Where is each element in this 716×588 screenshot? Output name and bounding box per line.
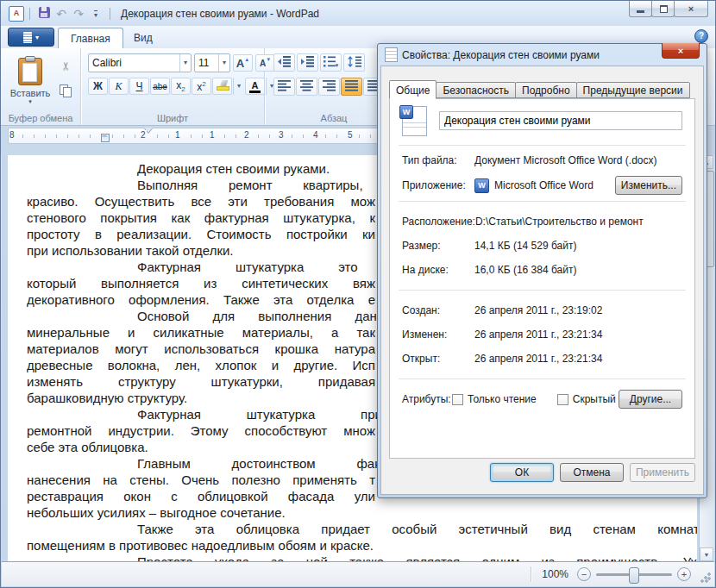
increase-indent-button[interactable] bbox=[297, 53, 318, 72]
font-size-combo[interactable]: 11 ▾ bbox=[194, 53, 230, 72]
left-indent-marker[interactable] bbox=[101, 134, 110, 142]
cancel-button[interactable]: Отмена bbox=[560, 463, 624, 482]
close-button[interactable]: × bbox=[674, 1, 708, 17]
underline-button[interactable]: Ч bbox=[129, 78, 149, 95]
tab-view[interactable]: Вид bbox=[122, 28, 165, 48]
scroll-down-icon[interactable]: ▼ bbox=[700, 547, 713, 561]
restore-icon bbox=[660, 5, 668, 13]
chevron-down-icon: ▾ bbox=[94, 10, 97, 18]
line-spacing-button[interactable] bbox=[343, 53, 365, 72]
document-line: небольших усилиях – выгодное сочетание. bbox=[27, 504, 375, 521]
cut-copy-column: ✂ bbox=[56, 57, 75, 100]
created-value: 26 апреля 2011 г., 23:19:02 bbox=[474, 304, 602, 316]
ruler-number: 3 bbox=[278, 130, 285, 140]
bold-button[interactable]: Ж bbox=[88, 78, 108, 95]
readonly-checkbox[interactable] bbox=[452, 394, 463, 405]
filename-input[interactable] bbox=[439, 111, 682, 130]
highlighter-icon bbox=[217, 80, 228, 91]
qat-customize-button[interactable]: ▾ bbox=[87, 5, 104, 22]
opened-value: 26 апреля 2011 г., 23:21:34 bbox=[474, 353, 602, 365]
zoom-out-button[interactable]: − bbox=[577, 567, 591, 581]
dialog-tab[interactable]: Безопасность bbox=[436, 82, 516, 98]
restore-button[interactable] bbox=[651, 1, 675, 17]
highlight-button[interactable] bbox=[212, 78, 232, 95]
align-center-icon bbox=[300, 80, 314, 91]
chevron-down-icon: ▾ bbox=[28, 98, 32, 105]
word-app-icon: W bbox=[474, 178, 489, 193]
clipboard-group-label: Буфер обмена bbox=[1, 113, 80, 123]
size-row: Размер: 14,1 КБ (14 529 байт) bbox=[390, 234, 694, 258]
minimize-button[interactable] bbox=[629, 1, 652, 17]
hidden-checkbox[interactable] bbox=[557, 394, 568, 405]
justify-icon bbox=[345, 80, 359, 91]
statusbar-separator bbox=[531, 566, 531, 582]
strikethrough-button[interactable]: abe bbox=[150, 78, 170, 95]
change-button[interactable]: Изменить... bbox=[615, 176, 682, 195]
paste-button[interactable]: Вставить ▾ bbox=[9, 53, 51, 108]
modified-row: Изменен: 26 апреля 2011 г., 23:21:34 bbox=[390, 322, 694, 347]
font-group: Calibri ▾ 11 ▾ A▲ A▼ Ж K Ч abe x2 x2 ▾ A bbox=[81, 48, 265, 125]
document-line: простоту в реализации. Стоимость построй… bbox=[27, 226, 375, 242]
dialog-tab[interactable]: Общие bbox=[389, 80, 437, 99]
copy-button[interactable] bbox=[56, 83, 75, 100]
size-on-disk-row: На диске: 16,0 КБ (16 384 байт) bbox=[390, 258, 694, 282]
ok-button[interactable]: ОК bbox=[490, 463, 554, 482]
save-button[interactable] bbox=[35, 5, 53, 22]
subscript-button[interactable]: x2 bbox=[171, 78, 191, 95]
italic-button[interactable]: K bbox=[109, 78, 129, 95]
filename-row bbox=[390, 99, 694, 142]
app-row: Приложение: W Microsoft Office Word Изме… bbox=[390, 172, 694, 198]
document-line: материалов могут использоваться крошка н… bbox=[27, 341, 375, 357]
dialog-tab[interactable]: Предыдущие версии bbox=[576, 82, 690, 98]
font-name-combo[interactable]: Calibri ▾ bbox=[88, 53, 192, 72]
chevron-down-icon: ▾ bbox=[35, 34, 39, 41]
font-color-button[interactable]: A bbox=[245, 78, 265, 95]
line-spacing-icon bbox=[348, 56, 361, 67]
grow-font-button[interactable]: A▲ bbox=[233, 54, 253, 72]
other-attributes-button[interactable]: Другие... bbox=[619, 390, 682, 409]
zoom-in-button[interactable]: + bbox=[677, 567, 691, 581]
separator bbox=[399, 145, 686, 146]
wordpad-menu-button[interactable]: ▾ bbox=[8, 28, 54, 47]
font-color-icon: A bbox=[249, 81, 261, 93]
qat-separator bbox=[110, 8, 110, 20]
list-button[interactable]: ▾ bbox=[320, 53, 342, 72]
decrease-indent-button[interactable] bbox=[273, 53, 295, 72]
dialog-tab[interactable]: Подробно bbox=[515, 82, 577, 98]
tab-home[interactable]: Главная bbox=[58, 28, 123, 48]
ruler-number: 2 bbox=[243, 130, 250, 140]
ruler-number: 1 bbox=[209, 130, 216, 140]
properties-dialog: Свойства: Декорация стен своими руами × … bbox=[377, 43, 707, 498]
ruler-number: 8 bbox=[9, 130, 16, 140]
highlight-dropdown[interactable]: ▾ bbox=[233, 78, 244, 95]
opened-row: Открыт: 26 апреля 2011 г., 23:21:34 bbox=[390, 347, 694, 371]
properties-document-icon bbox=[385, 47, 398, 62]
resize-grip[interactable] bbox=[700, 572, 712, 584]
align-left-button[interactable] bbox=[273, 78, 295, 96]
justify-button[interactable] bbox=[341, 78, 362, 96]
document-line: Также эта облицовка придает особый эстет… bbox=[27, 521, 697, 537]
save-icon bbox=[39, 7, 50, 18]
location-row: Расположение: D:\Статьи\Строительство и … bbox=[390, 210, 694, 234]
align-right-button[interactable] bbox=[318, 78, 340, 96]
help-icon[interactable]: ? bbox=[694, 29, 708, 43]
zoom-slider[interactable] bbox=[596, 573, 672, 576]
document-line: при использовании такой отделки. bbox=[27, 242, 375, 259]
zoom-slider-thumb[interactable] bbox=[629, 567, 639, 584]
chevron-down-icon[interactable]: ▾ bbox=[218, 54, 229, 72]
document-line: изменять структуру штукатурки, придавая bbox=[27, 373, 375, 390]
window-title: Декорация стен своими руами - WordPad bbox=[121, 8, 319, 20]
file-type-value: Документ Microsoft Office Word (.docx) bbox=[474, 154, 657, 166]
align-center-button[interactable] bbox=[296, 78, 317, 96]
undo-button[interactable]: ↶ bbox=[53, 5, 70, 22]
superscript-button[interactable]: x2 bbox=[192, 78, 211, 95]
zoom-level: 100% bbox=[542, 568, 568, 580]
font-group-label: Шрифт bbox=[81, 113, 264, 123]
cut-button[interactable]: ✂ bbox=[56, 57, 75, 74]
undo-icon: ↶ bbox=[56, 7, 66, 21]
increase-indent-icon bbox=[301, 56, 315, 67]
chevron-down-icon[interactable]: ▾ bbox=[179, 54, 191, 72]
dialog-close-icon[interactable]: × bbox=[662, 43, 700, 59]
qat-separator bbox=[29, 8, 30, 20]
redo-button[interactable]: ↷ bbox=[70, 5, 87, 22]
